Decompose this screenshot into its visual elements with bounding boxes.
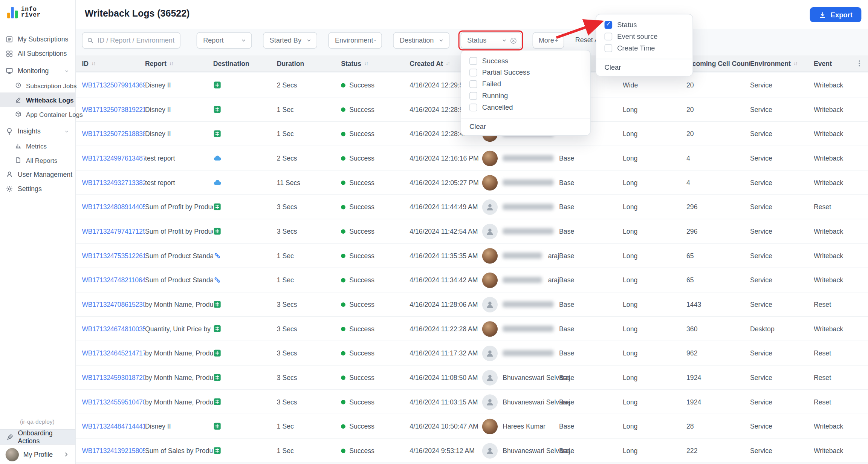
cell-incoming-cell-count: 1443 (686, 300, 750, 308)
sidebar-item-subscription-jobs[interactable]: Subscription Jobs (0, 78, 75, 92)
sort-icon[interactable]: ↓↑ (364, 61, 368, 67)
search-input[interactable] (98, 37, 176, 44)
cell-layout: Long (623, 325, 686, 333)
report-filter-dropdown[interactable]: Report (197, 32, 252, 49)
cell-id: WB171324484714441 (82, 422, 145, 430)
blurred-name (503, 350, 553, 356)
checkbox-unchecked[interactable] (469, 92, 477, 100)
table-row[interactable]: WB171324797417125Sum of Profit by Produc… (76, 219, 868, 244)
table-row[interactable]: WB171324645214717by Month Name, Product,… (76, 341, 868, 366)
cell-environment: Service (750, 398, 814, 406)
column-header-duration[interactable]: Duration (277, 60, 341, 68)
status-label: Success (349, 325, 374, 333)
checkbox-unchecked[interactable] (469, 68, 477, 76)
log-id-link[interactable]: WB171324997613487 (82, 154, 145, 162)
column-header-incoming-cell-count[interactable]: Incoming Cell Count (686, 60, 750, 68)
table-row[interactable]: WB171324139215805Sum of Sales by Product… (76, 439, 868, 463)
log-id-link[interactable]: WB171324932713382 (82, 179, 145, 187)
table-row[interactable]: WB171324484714441Disney II1 SecSuccess4/… (76, 414, 868, 439)
log-id-link[interactable]: WB171324748211064 (82, 276, 145, 284)
more-option-event-source[interactable]: Event source (596, 31, 693, 42)
sidebar-item-all-subscriptions[interactable]: All Subscriptions (0, 46, 75, 61)
log-id-link[interactable]: WB171324708615230 (82, 300, 145, 308)
cell-layout: Long (623, 252, 686, 260)
checkbox-checked[interactable] (605, 21, 613, 29)
sort-icon[interactable]: ↓↑ (91, 61, 95, 67)
sidebar-item-all-reports[interactable]: All Reports (0, 153, 75, 167)
log-id-link[interactable]: WB171325073819221 (82, 106, 145, 113)
column-header-environment[interactable]: Environment↓↑ (750, 60, 814, 68)
environment-filter-dropdown[interactable]: Environment (328, 32, 382, 49)
log-id-link[interactable]: WB171325072518838 (82, 130, 145, 138)
table-row[interactable]: WB171324932713382test report11 SecsSucce… (76, 171, 868, 195)
column-header-destination[interactable]: Destination (213, 60, 277, 68)
sidebar-item-monitoring[interactable]: Monitoring (0, 64, 75, 78)
more-option-create-time[interactable]: Create Time (596, 42, 693, 54)
success-dot (341, 156, 345, 161)
clear-status-filter-icon[interactable] (510, 37, 517, 44)
column-header-status[interactable]: Status↓↑ (341, 60, 410, 68)
status-menu-clear[interactable]: Clear (461, 118, 590, 135)
sidebar-item-app-container-logs[interactable]: App Container Logs (0, 107, 75, 121)
log-id-link[interactable]: WB171324484714441 (82, 422, 145, 430)
column-header-id[interactable]: ID↓↑ (82, 60, 145, 68)
log-id-link[interactable]: WB171324559510470 (82, 398, 145, 406)
checkbox-unchecked[interactable] (605, 44, 613, 52)
person-icon (486, 446, 495, 455)
sidebar-item-writeback-logs[interactable]: Writeback Logs (0, 92, 75, 107)
table-row[interactable]: WB171324997613487test report2 SecsSucces… (76, 146, 868, 171)
log-id-link[interactable]: WB171324808914405 (82, 203, 145, 211)
sidebar-item-my-profile[interactable]: My Profile (0, 444, 75, 464)
status-option-partial-success[interactable]: Partial Success (461, 66, 590, 78)
status-option-success[interactable]: Success (461, 55, 590, 66)
sidebar-item-insights[interactable]: Insights (0, 124, 75, 138)
checkbox-unchecked[interactable] (605, 32, 613, 40)
cell-created-at: 4/16/2024 11:42:54 AM (410, 227, 479, 235)
sidebar-item-my-subscriptions[interactable]: My Subscriptions (0, 32, 75, 46)
sidebar-item-user-management[interactable]: User Management (0, 167, 75, 182)
started-by-filter-dropdown[interactable]: Started By (263, 32, 317, 49)
table-row[interactable]: WB171324808914405Sum of Profit by Produc… (76, 195, 868, 219)
log-id-link[interactable]: WB171325079914369 (82, 81, 145, 89)
sort-icon[interactable]: ↓↑ (793, 61, 797, 67)
checkbox-unchecked[interactable] (469, 103, 477, 111)
cell-event: Writeback (814, 179, 868, 187)
status-label: Success (349, 349, 374, 357)
export-button[interactable]: Export (810, 7, 861, 22)
log-id-link[interactable]: WB171324753512261 (82, 252, 145, 260)
column-header-report[interactable]: Report↓↑ (145, 60, 213, 68)
log-id-link[interactable]: WB171324593018720 (82, 374, 145, 381)
cell-event: Writeback (814, 276, 868, 284)
checkbox-unchecked[interactable] (469, 57, 477, 65)
more-menu-clear[interactable]: Clear (596, 59, 693, 76)
table-row[interactable]: WB171324753512261Sum of Product Standard… (76, 244, 868, 268)
cell-environment: Service (750, 422, 814, 430)
log-id-link[interactable]: WB171324674810035 (82, 325, 145, 333)
checkbox-unchecked[interactable] (469, 80, 477, 88)
blurred-name (503, 228, 553, 234)
status-option-cancelled[interactable]: Cancelled (461, 101, 590, 113)
more-option-status[interactable]: Status (596, 19, 693, 31)
status-option-running[interactable]: Running (461, 90, 590, 101)
sidebar-item-settings[interactable]: Settings (0, 182, 75, 196)
table-row[interactable]: WB171324748211064Sum of Product Standard… (76, 268, 868, 292)
sheet-destination-icon (213, 446, 222, 455)
sidebar-item-onboarding-actions[interactable]: Onboarding Actions (0, 429, 75, 444)
table-row[interactable]: WB171324708615230by Month Name, Product,… (76, 292, 868, 317)
destination-filter-dropdown[interactable]: Destination (393, 32, 449, 49)
table-row[interactable]: WB171324674810035Quantity, Unit Price by… (76, 317, 868, 341)
more-filters-button[interactable]: More (533, 32, 564, 49)
log-id-link[interactable]: WB171324645214717 (82, 349, 145, 357)
sidebar-item-metrics[interactable]: Metrics (0, 138, 75, 153)
log-id-link[interactable]: WB171324797417125 (82, 227, 145, 235)
search-icon (87, 37, 94, 44)
status-option-failed[interactable]: Failed (461, 78, 590, 90)
status-filter-dropdown[interactable]: Status (461, 32, 522, 49)
log-id-link[interactable]: WB171324139215805 (82, 447, 145, 455)
sort-icon[interactable]: ↓↑ (169, 61, 173, 67)
cell-incoming-cell-count: 296 (686, 203, 750, 211)
sort-icon[interactable]: ↓↑ (446, 61, 449, 67)
table-row[interactable]: WB171324593018720by Month Name, Product,… (76, 366, 868, 390)
table-row[interactable]: WB171324559510470by Month Name, Product,… (76, 390, 868, 414)
column-settings-icon[interactable] (855, 59, 863, 67)
